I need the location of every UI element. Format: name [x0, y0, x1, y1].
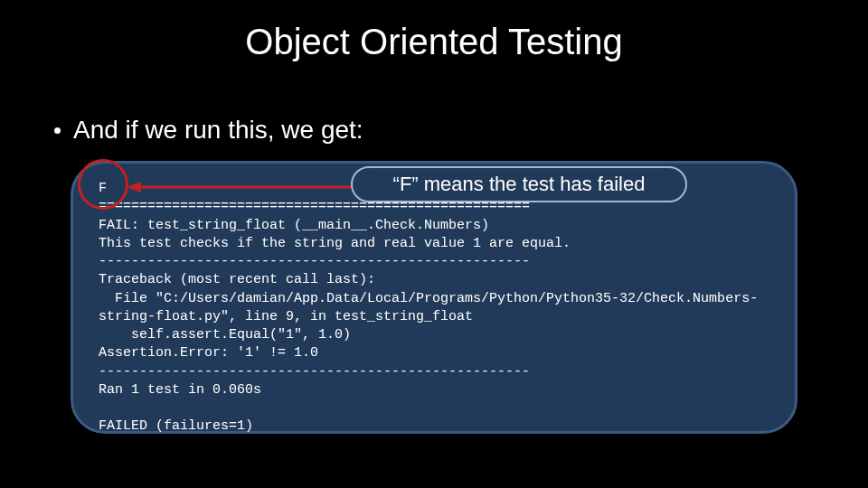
code-line: ----------------------------------------…	[99, 364, 530, 380]
callout-text: “F” means the test has failed	[393, 173, 646, 196]
bullet-row: And if we run this, we get:	[54, 116, 363, 145]
slide-title: Object Oriented Testing	[0, 22, 868, 62]
code-line: self.assert.Equal("1", 1.0)	[99, 327, 351, 343]
code-line: ----------------------------------------…	[99, 254, 530, 269]
code-line: This test checks if the string and real …	[99, 236, 571, 251]
code-line: F	[99, 181, 107, 196]
code-line: FAILED (failures=1)	[99, 418, 253, 434]
code-line: Assertion.Error: '1' != 1.0	[99, 345, 318, 361]
code-line: FAIL: test_string_float (__main__.Check.…	[99, 218, 489, 233]
code-line: Traceback (most recent call last):	[99, 272, 375, 287]
bullet-dot-icon	[54, 127, 61, 134]
callout-bubble: “F” means the test has failed	[351, 166, 687, 202]
code-line: Ran 1 test in 0.060s	[99, 382, 261, 398]
code-line: File "C:/Users/damian/App.Data/Local/Pro…	[99, 291, 758, 324]
bullet-text: And if we run this, we get:	[73, 116, 363, 145]
slide: Object Oriented Testing And if we run th…	[0, 0, 868, 488]
